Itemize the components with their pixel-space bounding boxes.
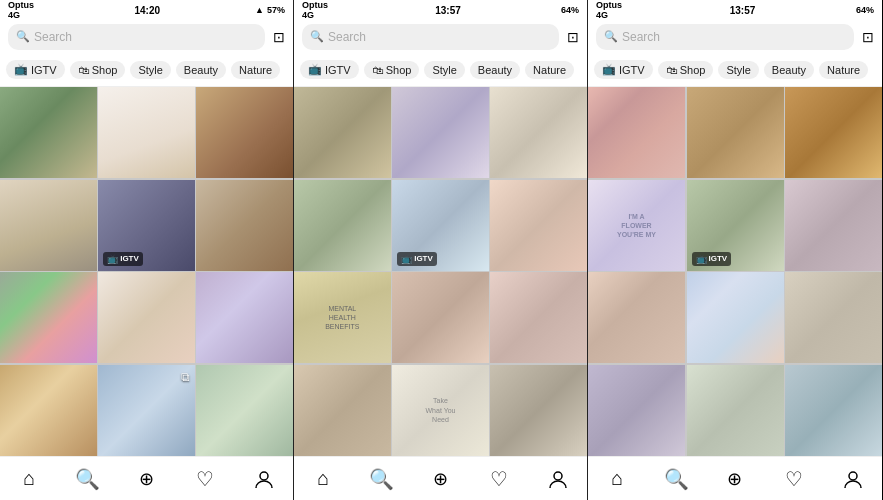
nav-home-3[interactable]: ⌂ bbox=[599, 461, 635, 497]
grid-cell-1-12[interactable] bbox=[196, 365, 293, 456]
bottom-nav-2: ⌂ 🔍 ⊕ ♡ bbox=[294, 456, 587, 500]
nav-home-2[interactable]: ⌂ bbox=[305, 461, 341, 497]
grid-cell-1-2[interactable] bbox=[98, 87, 195, 178]
tab-style-1[interactable]: Style bbox=[130, 61, 170, 79]
search-icon-2: 🔍 bbox=[310, 30, 324, 43]
grid-cell-2-8[interactable] bbox=[392, 272, 489, 363]
camera-icon-3[interactable]: ⊡ bbox=[862, 29, 874, 45]
status-bar-1: Optus 4G 14:20 ▲ 57% bbox=[0, 0, 293, 20]
status-right-3: 64% bbox=[856, 5, 874, 15]
grid-cell-3-2[interactable] bbox=[687, 87, 784, 178]
search-input-wrap-3[interactable]: 🔍 Search bbox=[596, 24, 854, 50]
nav-heart-3[interactable]: ♡ bbox=[776, 461, 812, 497]
grid-cell-1-4[interactable] bbox=[0, 180, 97, 271]
grid-cell-3-6[interactable] bbox=[785, 180, 882, 271]
tab-beauty-2[interactable]: Beauty bbox=[470, 61, 520, 79]
tab-igtv-2[interactable]: 📺 IGTV bbox=[300, 60, 359, 79]
igtv-icon-2-5: 📺 bbox=[401, 254, 412, 264]
grid-cell-3-8[interactable] bbox=[687, 272, 784, 363]
nature-tab-label-2: Nature bbox=[533, 64, 566, 76]
grid-cell-2-1[interactable] bbox=[294, 87, 391, 178]
grid-cell-3-5[interactable]: 📺 IGTV bbox=[687, 180, 784, 271]
igtv-tab-icon-2: 📺 bbox=[308, 63, 322, 76]
igtv-tab-icon-1: 📺 bbox=[14, 63, 28, 76]
tab-shop-2[interactable]: 🛍 Shop bbox=[364, 61, 420, 79]
shop-tab-label-3: Shop bbox=[680, 64, 706, 76]
igtv-text-1-5: IGTV bbox=[120, 254, 139, 263]
nav-add-2[interactable]: ⊕ bbox=[422, 461, 458, 497]
grid-cell-3-11[interactable] bbox=[687, 365, 784, 456]
nav-search-3[interactable]: 🔍 bbox=[658, 461, 694, 497]
tab-nature-1[interactable]: Nature bbox=[231, 61, 280, 79]
nature-tab-label-1: Nature bbox=[239, 64, 272, 76]
grid-cell-2-9[interactable] bbox=[490, 272, 587, 363]
nav-profile-2[interactable] bbox=[540, 461, 576, 497]
status-left-1: Optus 4G bbox=[8, 0, 40, 20]
grid-cell-3-9[interactable] bbox=[785, 272, 882, 363]
igtv-tab-label-3: IGTV bbox=[619, 64, 645, 76]
grid-cell-3-4[interactable]: I'M AFLOWERYOU'RE MY bbox=[588, 180, 685, 271]
nav-search-1[interactable]: 🔍 bbox=[70, 461, 106, 497]
battery-icon-2: 64% bbox=[561, 5, 579, 15]
search-bar-1: 🔍 Search ⊡ bbox=[0, 20, 293, 53]
grid-cell-1-11[interactable]: ⧉ bbox=[98, 365, 195, 456]
tab-nature-3[interactable]: Nature bbox=[819, 61, 868, 79]
grid-cell-1-5[interactable]: 📺 IGTV bbox=[98, 180, 195, 271]
grid-cell-1-9[interactable] bbox=[196, 272, 293, 363]
nav-home-1[interactable]: ⌂ bbox=[11, 461, 47, 497]
nav-profile-1[interactable] bbox=[246, 461, 282, 497]
grid-cell-1-8[interactable] bbox=[98, 272, 195, 363]
status-bar-3: Optus 4G 13:57 64% bbox=[588, 0, 882, 20]
search-input-wrap-1[interactable]: 🔍 Search bbox=[8, 24, 265, 50]
grid-cell-3-12[interactable] bbox=[785, 365, 882, 456]
tab-igtv-3[interactable]: 📺 IGTV bbox=[594, 60, 653, 79]
category-tabs-2: 📺 IGTV 🛍 Shop Style Beauty Nature bbox=[294, 53, 587, 87]
grid-cell-2-4[interactable] bbox=[294, 180, 391, 271]
igtv-icon-3-5: 📺 bbox=[696, 254, 707, 264]
tab-shop-3[interactable]: 🛍 Shop bbox=[658, 61, 714, 79]
status-left-3: Optus 4G bbox=[596, 0, 629, 20]
grid-cell-1-10[interactable] bbox=[0, 365, 97, 456]
tab-style-3[interactable]: Style bbox=[718, 61, 758, 79]
search-input-wrap-2[interactable]: 🔍 Search bbox=[302, 24, 559, 50]
multi-badge-1-11: ⧉ bbox=[181, 370, 190, 384]
grid-cell-3-1[interactable] bbox=[588, 87, 685, 178]
tab-style-2[interactable]: Style bbox=[424, 61, 464, 79]
tab-shop-1[interactable]: 🛍 Shop bbox=[70, 61, 126, 79]
grid-cell-2-11[interactable]: TakeWhat YouNeed bbox=[392, 365, 489, 456]
nav-heart-1[interactable]: ♡ bbox=[187, 461, 223, 497]
grid-cell-3-10[interactable] bbox=[588, 365, 685, 456]
search-placeholder-1: Search bbox=[34, 30, 72, 44]
search-placeholder-3: Search bbox=[622, 30, 660, 44]
grid-cell-1-6[interactable] bbox=[196, 180, 293, 271]
grid-cell-1-1[interactable] bbox=[0, 87, 97, 178]
nav-add-1[interactable]: ⊕ bbox=[128, 461, 164, 497]
grid-cell-2-2[interactable] bbox=[392, 87, 489, 178]
grid-cell-3-3[interactable] bbox=[785, 87, 882, 178]
nav-heart-2[interactable]: ♡ bbox=[481, 461, 517, 497]
style-tab-label-3: Style bbox=[726, 64, 750, 76]
grid-cell-2-10[interactable] bbox=[294, 365, 391, 456]
grid-cell-2-6[interactable] bbox=[490, 180, 587, 271]
grid-cell-2-7[interactable]: MENTALHEALTHBENEFITS bbox=[294, 272, 391, 363]
shop-tab-label-1: Shop bbox=[92, 64, 118, 76]
photo-grid-2: 📺 IGTV MENTALHEALTHBENEFITS TakeWhat You… bbox=[294, 87, 587, 456]
tab-beauty-1[interactable]: Beauty bbox=[176, 61, 226, 79]
battery-icon-3: 64% bbox=[856, 5, 874, 15]
tab-beauty-3[interactable]: Beauty bbox=[764, 61, 814, 79]
tab-nature-2[interactable]: Nature bbox=[525, 61, 574, 79]
grid-cell-2-12[interactable] bbox=[490, 365, 587, 456]
grid-cell-1-7[interactable] bbox=[0, 272, 97, 363]
camera-icon-2[interactable]: ⊡ bbox=[567, 29, 579, 45]
grid-cell-3-7[interactable] bbox=[588, 272, 685, 363]
grid-cell-1-3[interactable] bbox=[196, 87, 293, 178]
grid-cell-2-3[interactable] bbox=[490, 87, 587, 178]
tab-igtv-1[interactable]: 📺 IGTV bbox=[6, 60, 65, 79]
nav-search-2[interactable]: 🔍 bbox=[364, 461, 400, 497]
svg-point-0 bbox=[260, 472, 268, 480]
grid-cell-2-5[interactable]: 📺 IGTV bbox=[392, 180, 489, 271]
camera-icon-1[interactable]: ⊡ bbox=[273, 29, 285, 45]
nav-profile-3[interactable] bbox=[835, 461, 871, 497]
shop-tab-icon-2: 🛍 bbox=[372, 64, 383, 76]
nav-add-3[interactable]: ⊕ bbox=[717, 461, 753, 497]
